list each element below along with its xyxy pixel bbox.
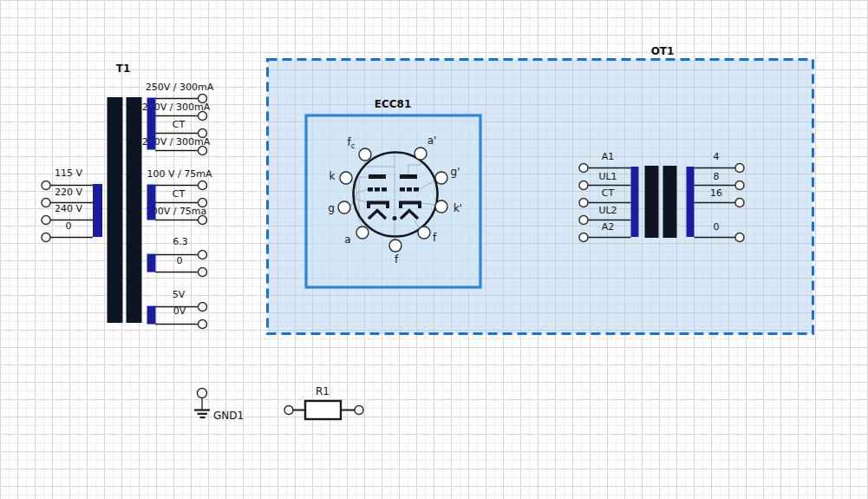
r1-ref-label: R1 [316,385,330,397]
t1-terminal-240v[interactable] [42,216,50,225]
schematic-editor-canvas: { "t1": { "ref": "T1", "primary": { "tap… [0,0,868,499]
schematic-canvas: OT1 ECC81 T1 250V / 300mA CT 250V / 300m… [0,0,868,499]
ground-gnd1[interactable]: GND1 [194,389,244,423]
ot1-core-bar-right [663,166,677,238]
tube-center-junction [393,216,397,220]
r1-terminal-right[interactable] [355,406,363,415]
resistor-r1[interactable]: R1 [284,385,363,419]
t1-primary-tap1-label: 115 V [55,167,82,179]
r1-body[interactable] [305,401,341,419]
tube-pin-label-g-prime: g' [451,166,460,178]
tube-anode-right [400,174,417,179]
t1-terminal-sec1-a[interactable] [199,95,207,103]
t1-terminal-sec4-b[interactable] [199,320,207,329]
ot1-core-bar-left [645,166,659,238]
t1-terminal-115v[interactable] [42,181,50,190]
tube-pin-a[interactable] [356,227,369,239]
t1-w1-heading: 250V / 300mA [146,82,214,93]
t1-terminal-sec3-a[interactable] [199,251,207,259]
tube-pin-label-a: a [344,233,350,246]
ecc81-ref-label: ECC81 [375,98,412,110]
t1-w3-tap1-label: 0 [177,255,183,266]
t1-terminal-sec4-a[interactable] [199,303,207,312]
ot1-terminal-ul1[interactable] [579,181,588,190]
tube-pin-g[interactable] [338,201,350,213]
t1-secondary1-winding[interactable] [147,98,156,150]
ot1-terminal-0ohm[interactable] [735,233,744,242]
t1-w4-heading: 5V [173,289,186,300]
t1-terminal-sec2-a[interactable] [199,181,207,190]
t1-terminal-sec2-ct[interactable] [199,199,207,207]
t1-terminal-sec2-b[interactable] [199,216,207,225]
tube-pin-f-right[interactable] [418,227,430,239]
ot1-tap-label-ct: CT [602,187,615,199]
t1-w2-tap1-label: CT [173,188,186,200]
tube-pin-a-prime[interactable] [414,148,427,160]
t1-terminal-sec1-b[interactable] [199,112,207,121]
tube-grid-right [400,187,419,192]
ot1-tap-label-8: 8 [714,171,720,182]
t1-terminal-sec3-b[interactable] [199,268,207,277]
transformer-t1[interactable]: T1 250V / 300mA CT 250V / 300mA CT 100V … [42,62,214,329]
t1-terminal-0[interactable] [42,233,50,242]
ot1-tap-label-a2: A2 [602,221,615,233]
tube-grid-left [368,187,387,192]
ot1-tap-label-ul1: UL1 [598,171,617,182]
ot1-tap-label-0: 0 [714,221,720,233]
ot1-terminal-ct[interactable] [579,199,588,207]
ot1-tap-label-ul2: UL2 [598,205,617,216]
t1-terminal-220v[interactable] [42,199,50,207]
ot1-terminal-16ohm[interactable] [735,199,744,207]
tube-pin-label-k: k [330,170,336,182]
t1-w1-tap2-label: CT [173,119,186,130]
t1-secondary4-winding[interactable] [147,306,156,325]
tube-pin-f-bottom[interactable] [389,240,401,252]
t1-secondary3-winding[interactable] [147,254,156,272]
t1-primary-tap4-label: 0 [66,220,72,232]
gnd1-terminal[interactable] [198,389,207,398]
tube-pin-k[interactable] [340,172,352,184]
ot1-terminal-a2[interactable] [579,233,588,242]
t1-core-bar-left [108,97,123,323]
t1-secondary2-winding[interactable] [147,185,156,220]
tube-anode-left [369,174,386,179]
tube-pin-label-a-prime: a' [427,135,437,147]
tube-pin-k-prime[interactable] [435,200,447,213]
ot1-terminal-ul2[interactable] [579,216,588,225]
tube-pin-fc[interactable] [359,148,371,161]
t1-ref-label: T1 [116,62,131,75]
gnd1-ref-label: GND1 [213,410,244,422]
t1-terminal-sec1-c[interactable] [199,147,207,155]
ot1-terminal-8ohm[interactable] [735,181,744,190]
ot1-terminal-a1[interactable] [579,164,588,173]
r1-terminal-left[interactable] [284,406,293,415]
t1-core-bar-right [127,97,142,323]
t1-primary-winding[interactable] [93,184,102,237]
ot1-tap-label-4: 4 [714,151,720,162]
t1-terminal-sec1-ct[interactable] [199,129,207,138]
tube-pin-label-g: g [328,202,335,214]
t1-w2-heading: 100 V / 75mA [147,168,212,180]
tube-pin-label-k-prime: k' [454,202,462,214]
ot1-terminal-4ohm[interactable] [735,164,744,173]
t1-w3-heading: 6.3 [173,236,188,247]
ground-icon [194,410,210,418]
ot1-tap-label-16: 16 [710,187,722,199]
tube-pin-g-prime[interactable] [435,172,447,184]
ot1-primary-winding[interactable] [631,167,639,237]
t1-primary-tap3-label: 240 V [55,203,82,214]
ot1-secondary-winding[interactable] [687,167,695,237]
ecc81-box[interactable] [306,115,480,287]
ot1-tap-label-a1: A1 [602,151,615,162]
ot1-ref-label: OT1 [651,45,675,57]
t1-primary-tap2-label: 220 V [55,187,82,198]
